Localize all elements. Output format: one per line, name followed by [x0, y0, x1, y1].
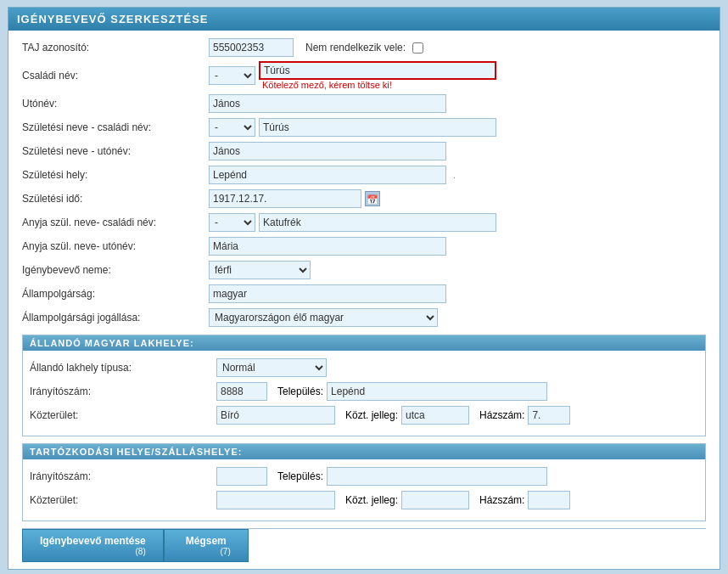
mother-first-controls [209, 237, 706, 256]
family-name-label: Családi név: [22, 70, 209, 82]
citizenship-status-controls: Magyarországon élő magyar [209, 308, 706, 327]
save-label: Igénybevevő mentése [40, 535, 146, 547]
birth-family-input[interactable] [259, 118, 496, 137]
citizenship-controls [209, 284, 706, 303]
temp-zip-city-controls: Település: [216, 467, 698, 486]
perm-zip-city-controls: Település: [216, 382, 698, 401]
temp-address-section: TARTÓZKODÁSI HELYE/SZÁLLÁSHELYE: Irányít… [22, 443, 706, 521]
gender-select[interactable]: férfi nő [209, 261, 311, 279]
title-text: IGÉNYBEVEVŐ SZERKESZTÉSE [17, 13, 209, 25]
form-title: IGÉNYBEVEVŐ SZERKESZTÉSE [8, 8, 720, 31]
buttons-row: Igénybevevő mentése (8) Mégsem (7) [22, 528, 706, 562]
not-have-label: Nem rendelkezik vele: [305, 42, 406, 53]
perm-street-input[interactable] [216, 406, 335, 425]
perm-street-row: Közterület: Közt. jelleg: Házszám: [30, 405, 698, 425]
birth-family-prefix-select[interactable]: - [209, 118, 255, 137]
mother-first-row: Anyja szül. neve- utónév: [22, 236, 706, 256]
family-name-row: Családi név: - Kötelező mező, kérem tölt… [22, 61, 706, 90]
temp-zip-city-row: Irányítószám: Település: [30, 466, 698, 487]
birth-place-row: Születési hely: . [22, 165, 706, 185]
save-shortcut: (8) [40, 547, 146, 556]
perm-house-input[interactable] [528, 406, 570, 425]
temp-house-label: Házszám: [479, 494, 524, 506]
calendar-icon[interactable]: 📅 [365, 191, 380, 206]
taj-label: TAJ azonosító: [22, 42, 209, 53]
birth-place-label: Születési hely: [22, 169, 209, 181]
temp-street-type-label: Közt. jelleg: [345, 494, 398, 506]
address-type-controls: Normál [216, 358, 698, 377]
address-type-label: Állandó lakhely típusa: [30, 362, 216, 374]
perm-zip-city-row: Irányítószám: Település: [30, 381, 698, 402]
first-name-input[interactable] [209, 94, 446, 113]
cancel-shortcut: (7) [182, 547, 231, 556]
perm-zip-label: Irányítószám: [30, 385, 216, 397]
birth-first-input[interactable] [209, 142, 446, 160]
temp-address-title: TARTÓZKODÁSI HELYE/SZÁLLÁSHELYE: [23, 444, 705, 459]
mother-first-label: Anyja szül. neve- utónév: [22, 240, 209, 252]
permanent-address-title: ÁLLANDÓ MAGYAR LAKHELYE: [23, 335, 705, 351]
address-type-select[interactable]: Normál [216, 358, 327, 377]
perm-street-controls: Közt. jelleg: Házszám: [216, 406, 698, 425]
permanent-address-section: ÁLLANDÓ MAGYAR LAKHELYE: Állandó lakhely… [22, 335, 706, 436]
birth-date-label: Születési idő: [22, 193, 209, 205]
citizenship-status-select[interactable]: Magyarországon élő magyar [209, 308, 438, 327]
birth-family-row: Születési neve - családi név: - [22, 117, 706, 138]
birth-first-label: Születési neve - utónév: [22, 145, 209, 157]
taj-row: TAJ azonosító: Nem rendelkezik vele: [22, 37, 706, 58]
family-name-input[interactable] [259, 61, 496, 80]
save-button[interactable]: Igénybevevő mentése (8) [22, 529, 164, 562]
temp-house-input[interactable] [528, 491, 570, 509]
citizenship-status-row: Állampolgársági jogállása: Magyarországo… [22, 307, 706, 328]
mother-family-prefix-select[interactable]: - [209, 213, 255, 232]
birth-family-controls: - [209, 118, 706, 137]
birth-first-row: Születési neve - utónév: [22, 141, 706, 161]
temp-street-label: Közterület: [30, 494, 216, 506]
birth-date-row: Születési idő: 📅 [22, 189, 706, 209]
taj-input[interactable] [209, 38, 294, 57]
family-name-controls: - Kötelező mező, kérem töltse ki! [209, 61, 706, 90]
temp-street-row: Közterület: Közt. jelleg: Házszám: [30, 490, 698, 510]
first-name-controls [209, 94, 706, 113]
temp-zip-input[interactable] [216, 467, 267, 486]
cancel-label: Mégsem [182, 535, 231, 547]
gender-row: Igénybevevő neme: férfi nő [22, 260, 706, 280]
temp-street-controls: Közt. jelleg: Házszám: [216, 491, 698, 509]
mother-family-row: Anyja szül. neve- családi név: - [22, 212, 706, 233]
perm-city-label: Település: [277, 385, 323, 397]
mother-family-label: Anyja szül. neve- családi név: [22, 217, 209, 228]
perm-street-label: Közterület: [30, 409, 216, 421]
mother-family-input[interactable] [259, 213, 496, 232]
citizenship-row: Állampolgárság: [22, 284, 706, 304]
form-body: TAJ azonosító: Nem rendelkezik vele: Csa… [8, 31, 720, 569]
perm-street-type-label: Közt. jelleg: [345, 409, 398, 421]
temp-city-input[interactable] [327, 467, 547, 486]
address-type-row: Állandó lakhely típusa: Normál [30, 357, 698, 378]
temp-street-type-input[interactable] [401, 491, 469, 509]
citizenship-status-label: Állampolgársági jogállása: [22, 312, 209, 324]
mother-first-input[interactable] [209, 237, 446, 256]
birth-place-input[interactable] [209, 166, 446, 184]
temp-street-input[interactable] [216, 491, 335, 509]
first-name-row: Utónév: [22, 93, 706, 114]
mother-family-controls: - [209, 213, 706, 232]
birth-place-controls: . [209, 166, 706, 184]
birth-date-input[interactable] [209, 189, 361, 208]
dot-note: . [453, 170, 456, 180]
cancel-button[interactable]: Mégsem (7) [164, 529, 249, 562]
family-name-error: Kötelező mező, kérem töltse ki! [262, 80, 496, 90]
family-name-prefix-select[interactable]: - [209, 66, 255, 85]
not-have-checkbox[interactable] [412, 42, 423, 53]
gender-label: Igénybevevő neme: [22, 264, 209, 276]
first-name-label: Utónév: [22, 98, 209, 110]
citizenship-input[interactable] [209, 284, 446, 303]
citizenship-label: Állampolgárság: [22, 288, 209, 300]
perm-zip-input[interactable] [216, 382, 267, 401]
birth-date-controls: 📅 [209, 189, 706, 208]
temp-zip-label: Irányítószám: [30, 470, 216, 482]
gender-controls: férfi nő [209, 261, 706, 279]
main-form-container: IGÉNYBEVEVŐ SZERKESZTÉSE TAJ azonosító: … [8, 7, 720, 570]
taj-controls: Nem rendelkezik vele: [209, 38, 706, 57]
perm-house-label: Házszám: [479, 409, 524, 421]
perm-city-input[interactable] [327, 382, 547, 401]
perm-street-type-input[interactable] [401, 406, 469, 425]
